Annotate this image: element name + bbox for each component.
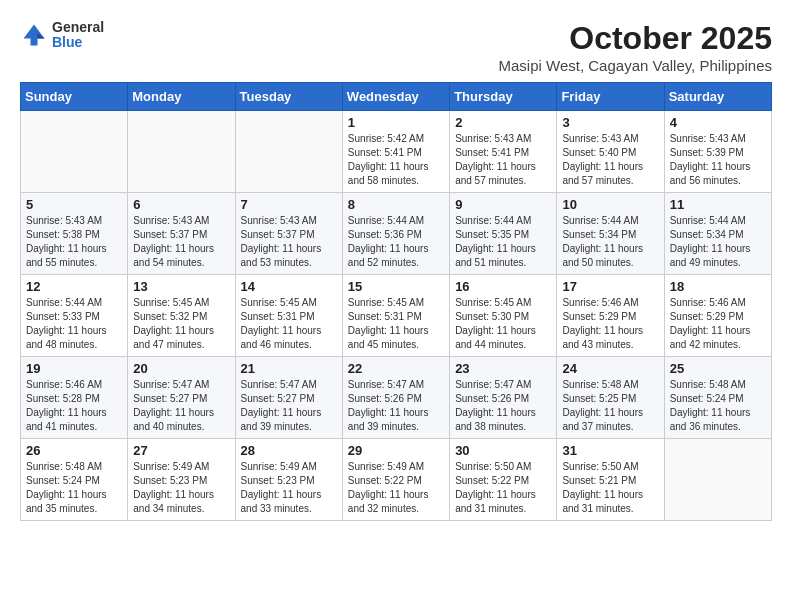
calendar-cell: 26Sunrise: 5:48 AM Sunset: 5:24 PM Dayli… — [21, 439, 128, 521]
day-info: Sunrise: 5:44 AM Sunset: 5:33 PM Dayligh… — [26, 296, 122, 352]
calendar-table: SundayMondayTuesdayWednesdayThursdayFrid… — [20, 82, 772, 521]
day-info: Sunrise: 5:43 AM Sunset: 5:41 PM Dayligh… — [455, 132, 551, 188]
day-number: 25 — [670, 361, 766, 376]
day-info: Sunrise: 5:43 AM Sunset: 5:40 PM Dayligh… — [562, 132, 658, 188]
calendar-cell: 18Sunrise: 5:46 AM Sunset: 5:29 PM Dayli… — [664, 275, 771, 357]
calendar-cell: 10Sunrise: 5:44 AM Sunset: 5:34 PM Dayli… — [557, 193, 664, 275]
calendar-cell: 7Sunrise: 5:43 AM Sunset: 5:37 PM Daylig… — [235, 193, 342, 275]
weekday-header-monday: Monday — [128, 83, 235, 111]
day-number: 7 — [241, 197, 337, 212]
logo-text: General Blue — [52, 20, 104, 51]
title-block: October 2025 Masipi West, Cagayan Valley… — [499, 20, 772, 74]
day-number: 4 — [670, 115, 766, 130]
day-number: 20 — [133, 361, 229, 376]
day-info: Sunrise: 5:45 AM Sunset: 5:31 PM Dayligh… — [348, 296, 444, 352]
calendar-cell: 6Sunrise: 5:43 AM Sunset: 5:37 PM Daylig… — [128, 193, 235, 275]
calendar-cell: 9Sunrise: 5:44 AM Sunset: 5:35 PM Daylig… — [450, 193, 557, 275]
day-number: 23 — [455, 361, 551, 376]
calendar-cell: 3Sunrise: 5:43 AM Sunset: 5:40 PM Daylig… — [557, 111, 664, 193]
calendar-cell: 2Sunrise: 5:43 AM Sunset: 5:41 PM Daylig… — [450, 111, 557, 193]
day-info: Sunrise: 5:50 AM Sunset: 5:22 PM Dayligh… — [455, 460, 551, 516]
calendar-week-4: 19Sunrise: 5:46 AM Sunset: 5:28 PM Dayli… — [21, 357, 772, 439]
day-info: Sunrise: 5:44 AM Sunset: 5:34 PM Dayligh… — [562, 214, 658, 270]
day-info: Sunrise: 5:43 AM Sunset: 5:37 PM Dayligh… — [241, 214, 337, 270]
calendar-cell: 17Sunrise: 5:46 AM Sunset: 5:29 PM Dayli… — [557, 275, 664, 357]
calendar-week-5: 26Sunrise: 5:48 AM Sunset: 5:24 PM Dayli… — [21, 439, 772, 521]
logo-blue-text: Blue — [52, 35, 104, 50]
day-number: 2 — [455, 115, 551, 130]
day-info: Sunrise: 5:45 AM Sunset: 5:31 PM Dayligh… — [241, 296, 337, 352]
day-number: 29 — [348, 443, 444, 458]
day-info: Sunrise: 5:46 AM Sunset: 5:29 PM Dayligh… — [670, 296, 766, 352]
calendar-cell: 31Sunrise: 5:50 AM Sunset: 5:21 PM Dayli… — [557, 439, 664, 521]
calendar-cell: 19Sunrise: 5:46 AM Sunset: 5:28 PM Dayli… — [21, 357, 128, 439]
day-number: 11 — [670, 197, 766, 212]
day-info: Sunrise: 5:47 AM Sunset: 5:27 PM Dayligh… — [133, 378, 229, 434]
calendar-cell: 14Sunrise: 5:45 AM Sunset: 5:31 PM Dayli… — [235, 275, 342, 357]
day-number: 5 — [26, 197, 122, 212]
day-info: Sunrise: 5:44 AM Sunset: 5:36 PM Dayligh… — [348, 214, 444, 270]
calendar-cell: 21Sunrise: 5:47 AM Sunset: 5:27 PM Dayli… — [235, 357, 342, 439]
calendar-cell: 13Sunrise: 5:45 AM Sunset: 5:32 PM Dayli… — [128, 275, 235, 357]
calendar-cell: 1Sunrise: 5:42 AM Sunset: 5:41 PM Daylig… — [342, 111, 449, 193]
weekday-header-thursday: Thursday — [450, 83, 557, 111]
logo-icon — [20, 21, 48, 49]
day-info: Sunrise: 5:43 AM Sunset: 5:37 PM Dayligh… — [133, 214, 229, 270]
calendar-cell: 11Sunrise: 5:44 AM Sunset: 5:34 PM Dayli… — [664, 193, 771, 275]
day-number: 31 — [562, 443, 658, 458]
calendar-cell: 23Sunrise: 5:47 AM Sunset: 5:26 PM Dayli… — [450, 357, 557, 439]
day-number: 21 — [241, 361, 337, 376]
calendar-cell: 5Sunrise: 5:43 AM Sunset: 5:38 PM Daylig… — [21, 193, 128, 275]
calendar-cell — [235, 111, 342, 193]
day-number: 3 — [562, 115, 658, 130]
calendar-cell: 8Sunrise: 5:44 AM Sunset: 5:36 PM Daylig… — [342, 193, 449, 275]
weekday-header-wednesday: Wednesday — [342, 83, 449, 111]
day-info: Sunrise: 5:46 AM Sunset: 5:28 PM Dayligh… — [26, 378, 122, 434]
day-info: Sunrise: 5:45 AM Sunset: 5:30 PM Dayligh… — [455, 296, 551, 352]
day-info: Sunrise: 5:48 AM Sunset: 5:24 PM Dayligh… — [26, 460, 122, 516]
logo: General Blue — [20, 20, 104, 51]
weekday-header-saturday: Saturday — [664, 83, 771, 111]
day-info: Sunrise: 5:44 AM Sunset: 5:34 PM Dayligh… — [670, 214, 766, 270]
month-title: October 2025 — [499, 20, 772, 57]
day-number: 22 — [348, 361, 444, 376]
day-number: 19 — [26, 361, 122, 376]
day-number: 8 — [348, 197, 444, 212]
weekday-header-friday: Friday — [557, 83, 664, 111]
day-info: Sunrise: 5:45 AM Sunset: 5:32 PM Dayligh… — [133, 296, 229, 352]
calendar-cell: 30Sunrise: 5:50 AM Sunset: 5:22 PM Dayli… — [450, 439, 557, 521]
day-number: 6 — [133, 197, 229, 212]
day-number: 30 — [455, 443, 551, 458]
day-info: Sunrise: 5:49 AM Sunset: 5:23 PM Dayligh… — [133, 460, 229, 516]
day-info: Sunrise: 5:48 AM Sunset: 5:24 PM Dayligh… — [670, 378, 766, 434]
calendar-cell — [128, 111, 235, 193]
day-number: 10 — [562, 197, 658, 212]
weekday-header-tuesday: Tuesday — [235, 83, 342, 111]
svg-marker-0 — [24, 25, 45, 46]
logo-general-text: General — [52, 20, 104, 35]
calendar-cell: 16Sunrise: 5:45 AM Sunset: 5:30 PM Dayli… — [450, 275, 557, 357]
day-info: Sunrise: 5:47 AM Sunset: 5:26 PM Dayligh… — [348, 378, 444, 434]
day-info: Sunrise: 5:47 AM Sunset: 5:26 PM Dayligh… — [455, 378, 551, 434]
day-number: 1 — [348, 115, 444, 130]
day-info: Sunrise: 5:48 AM Sunset: 5:25 PM Dayligh… — [562, 378, 658, 434]
calendar-cell: 15Sunrise: 5:45 AM Sunset: 5:31 PM Dayli… — [342, 275, 449, 357]
day-number: 28 — [241, 443, 337, 458]
calendar-week-1: 1Sunrise: 5:42 AM Sunset: 5:41 PM Daylig… — [21, 111, 772, 193]
day-number: 9 — [455, 197, 551, 212]
calendar-cell: 12Sunrise: 5:44 AM Sunset: 5:33 PM Dayli… — [21, 275, 128, 357]
weekday-header-sunday: Sunday — [21, 83, 128, 111]
day-info: Sunrise: 5:50 AM Sunset: 5:21 PM Dayligh… — [562, 460, 658, 516]
calendar-week-2: 5Sunrise: 5:43 AM Sunset: 5:38 PM Daylig… — [21, 193, 772, 275]
day-number: 27 — [133, 443, 229, 458]
calendar-cell: 27Sunrise: 5:49 AM Sunset: 5:23 PM Dayli… — [128, 439, 235, 521]
calendar-cell: 29Sunrise: 5:49 AM Sunset: 5:22 PM Dayli… — [342, 439, 449, 521]
day-number: 24 — [562, 361, 658, 376]
calendar-cell: 4Sunrise: 5:43 AM Sunset: 5:39 PM Daylig… — [664, 111, 771, 193]
location-text: Masipi West, Cagayan Valley, Philippines — [499, 57, 772, 74]
day-number: 14 — [241, 279, 337, 294]
calendar-cell: 22Sunrise: 5:47 AM Sunset: 5:26 PM Dayli… — [342, 357, 449, 439]
day-info: Sunrise: 5:49 AM Sunset: 5:23 PM Dayligh… — [241, 460, 337, 516]
day-number: 12 — [26, 279, 122, 294]
day-info: Sunrise: 5:43 AM Sunset: 5:38 PM Dayligh… — [26, 214, 122, 270]
